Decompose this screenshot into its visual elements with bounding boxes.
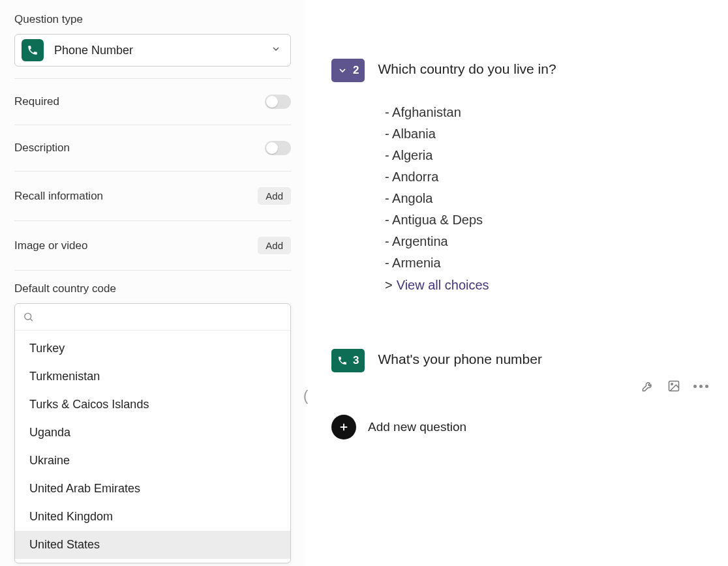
country-option[interactable]: United Kingdom [15, 503, 290, 531]
phone-icon [22, 39, 44, 61]
choice-item: - Algeria [385, 145, 711, 166]
question-type-value: Phone Number [54, 44, 133, 57]
media-label: Image or video [14, 239, 87, 252]
question-2-number: 2 [353, 64, 359, 77]
required-row: Required [14, 91, 291, 113]
question-2: 2 Which country do you live in? [331, 59, 711, 82]
question-3-badge[interactable]: 3 [331, 349, 365, 372]
question-2-badge[interactable]: 2 [331, 59, 365, 82]
country-code-label: Default country code [14, 282, 291, 295]
more-icon[interactable] [693, 385, 708, 388]
plus-icon [338, 421, 350, 433]
question-2-title: Which country do you live in? [378, 61, 556, 77]
recall-add-button[interactable]: Add [258, 187, 291, 205]
view-all-choices[interactable]: >View all choices [385, 274, 711, 297]
country-list: TurkeyTurkmenistanTurks & Caicos Islands… [15, 331, 290, 563]
country-option[interactable]: United Arab Emirates [15, 475, 290, 503]
question-preview-panel: ( 2 Which country do you live in? - Afgh… [305, 0, 728, 566]
required-label: Required [14, 95, 59, 108]
recall-row: Recall information Add [14, 183, 291, 209]
question-3-number: 3 [353, 354, 359, 367]
choice-item: - Afghanistan [385, 102, 711, 123]
country-code-dropdown: TurkeyTurkmenistanTurks & Caicos Islands… [14, 303, 291, 563]
question-actions [641, 380, 708, 393]
choice-item: - Armenia [385, 252, 711, 274]
choice-item: - Antigua & Deps [385, 209, 711, 231]
choice-item: - Albania [385, 123, 711, 145]
country-search-row [15, 304, 290, 331]
country-option[interactable]: Uganda [15, 419, 290, 447]
question-2-choices: - Afghanistan- Albania- Algeria- Andorra… [385, 102, 711, 297]
chevron-down-icon [271, 44, 281, 57]
choice-item: - Angola [385, 188, 711, 209]
chevron-down-icon [337, 65, 348, 76]
question-3-title: What's your phone number [378, 351, 541, 367]
svg-point-3 [671, 383, 673, 385]
country-search-input[interactable] [39, 310, 282, 323]
question-type-label: Question type [14, 13, 291, 26]
media-row: Image or video Add [14, 233, 291, 258]
question-3: 3 What's your phone number [331, 349, 711, 372]
country-option[interactable]: Ukraine [15, 447, 290, 475]
question-type-select[interactable]: Phone Number [14, 34, 291, 67]
country-option[interactable]: Turkey [15, 335, 290, 363]
country-option[interactable]: Turks & Caicos Islands [15, 391, 290, 419]
phone-icon [337, 355, 348, 366]
image-icon[interactable] [667, 380, 680, 393]
wrench-icon[interactable] [641, 380, 654, 393]
recall-label: Recall information [14, 190, 103, 203]
description-label: Description [14, 142, 70, 155]
search-icon [23, 311, 34, 323]
clipped-char: ( [303, 387, 308, 404]
settings-panel: Question type Phone Number Required Desc… [0, 0, 305, 566]
description-toggle[interactable] [265, 141, 291, 155]
svg-line-1 [31, 319, 33, 321]
choice-item: - Andorra [385, 166, 711, 188]
add-new-question: Add new question [331, 415, 711, 439]
add-question-button[interactable] [331, 415, 356, 439]
country-option[interactable]: United States [15, 531, 290, 559]
choice-item: - Argentina [385, 231, 711, 252]
required-toggle[interactable] [265, 95, 291, 109]
svg-point-0 [25, 313, 31, 320]
description-row: Description [14, 137, 291, 159]
add-question-label: Add new question [368, 420, 466, 434]
media-add-button[interactable]: Add [258, 237, 291, 254]
country-option[interactable]: Turkmenistan [15, 363, 290, 391]
